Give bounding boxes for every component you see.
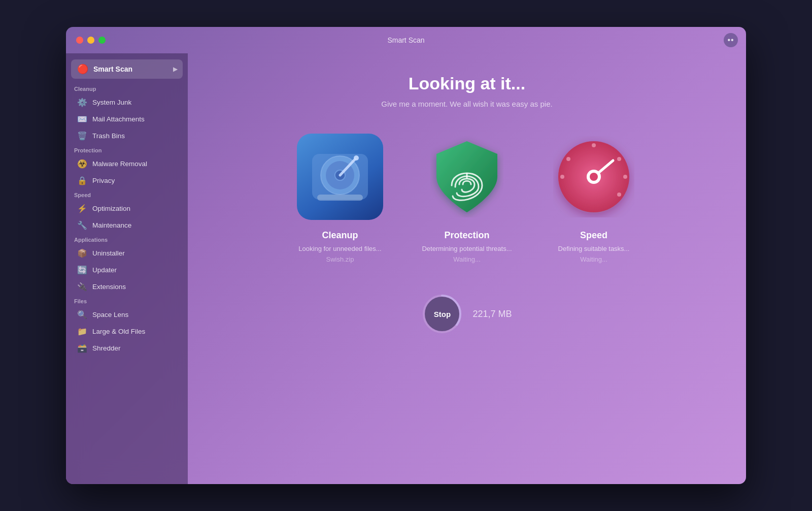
window-controls: [76, 37, 106, 44]
maintenance-label: Maintenance: [92, 221, 131, 229]
cleanup-card: Cleanup Looking for unneeded files... Sw…: [284, 134, 396, 263]
system-junk-label: System Junk: [92, 99, 131, 106]
cleanup-card-status: Looking for unneeded files...: [298, 245, 381, 252]
sidebar-item-privacy[interactable]: 🔒 Privacy: [69, 172, 185, 189]
protection-card-title: Protection: [444, 230, 489, 241]
stop-button-wrap: Stop: [422, 294, 462, 334]
trash-label: Trash Bins: [92, 132, 125, 140]
section-protection: Protection: [66, 144, 188, 155]
mail-icon: ✉️: [77, 114, 87, 124]
app-window: Smart Scan •• 🔴 Smart Scan ▶ Cleanup ⚙️ …: [66, 27, 746, 484]
sidebar-item-extensions[interactable]: 🔌 Extensions: [69, 278, 185, 295]
privacy-label: Privacy: [92, 177, 115, 184]
section-files: Files: [66, 295, 188, 306]
smart-scan-label: Smart Scan: [93, 65, 132, 73]
cards-row: Cleanup Looking for unneeded files... Sw…: [284, 134, 650, 263]
gauge-icon: [553, 136, 634, 217]
uninstaller-icon: 📦: [77, 248, 87, 258]
speed-card: Speed Defining suitable tasks... Waiting…: [538, 134, 650, 263]
speed-card-title: Speed: [580, 230, 607, 241]
page-subtitle: Give me a moment. We all wish it was eas…: [381, 100, 552, 108]
extensions-icon: 🔌: [77, 282, 87, 292]
optimization-icon: ⚡: [77, 204, 87, 213]
sidebar-item-trash-bins[interactable]: 🗑️ Trash Bins: [69, 127, 185, 144]
sidebar-item-updater[interactable]: 🔄 Updater: [69, 262, 185, 278]
svg-point-10: [623, 175, 627, 179]
protection-card-status: Determining potential threats...: [422, 245, 512, 252]
space-lens-icon: 🔍: [77, 310, 87, 320]
svg-rect-6: [317, 195, 363, 201]
maximize-button[interactable]: [98, 37, 106, 44]
malware-icon: ☣️: [77, 159, 87, 169]
shield-icon: [426, 136, 507, 217]
hdd-icon: [307, 144, 373, 210]
cleanup-icon-wrap: [297, 134, 383, 220]
uninstaller-label: Uninstaller: [92, 249, 125, 257]
sidebar-item-large-old-files[interactable]: 📁 Large & Old Files: [69, 323, 185, 340]
page-title: Looking at it...: [409, 74, 525, 93]
mail-label: Mail Attachments: [92, 115, 145, 123]
sidebar-item-optimization[interactable]: ⚡ Optimization: [69, 200, 185, 217]
sidebar-item-space-lens[interactable]: 🔍 Space Lens: [69, 306, 185, 323]
content-area: Looking at it... Give me a moment. We al…: [188, 53, 746, 484]
svg-point-16: [590, 173, 598, 181]
sidebar-item-mail-attachments[interactable]: ✉️ Mail Attachments: [69, 111, 185, 127]
protection-card: Protection Determining potential threats…: [411, 134, 523, 263]
sidebar: 🔴 Smart Scan ▶ Cleanup ⚙️ System Junk ✉️…: [66, 53, 188, 484]
svg-point-5: [354, 155, 359, 161]
svg-point-13: [560, 175, 564, 179]
speed-card-sub: Waiting...: [580, 256, 607, 263]
sidebar-item-shredder[interactable]: 🗃️ Shredder: [69, 340, 185, 357]
sidebar-item-malware-removal[interactable]: ☣️ Malware Removal: [69, 155, 185, 172]
main-layout: 🔴 Smart Scan ▶ Cleanup ⚙️ System Junk ✉️…: [66, 53, 746, 484]
dots-menu-button[interactable]: ••: [724, 33, 738, 47]
sidebar-item-system-junk[interactable]: ⚙️ System Junk: [69, 94, 185, 111]
malware-label: Malware Removal: [92, 160, 147, 168]
shredder-icon: 🗃️: [77, 343, 87, 353]
stop-row: Stop 221,7 MB: [422, 294, 512, 334]
maintenance-icon: 🔧: [77, 220, 87, 230]
large-files-icon: 📁: [77, 327, 87, 336]
close-button[interactable]: [76, 37, 83, 44]
protection-icon-wrap: [424, 134, 510, 220]
extensions-label: Extensions: [92, 283, 126, 291]
cleanup-card-sub: Swish.zip: [326, 256, 354, 263]
section-cleanup: Cleanup: [66, 83, 188, 94]
updater-label: Updater: [92, 266, 117, 274]
optimization-label: Optimization: [92, 205, 130, 212]
svg-point-8: [592, 143, 596, 147]
svg-point-11: [617, 193, 621, 197]
sidebar-item-uninstaller[interactable]: 📦 Uninstaller: [69, 245, 185, 262]
minimize-button[interactable]: [87, 37, 94, 44]
titlebar: Smart Scan ••: [66, 27, 746, 53]
stop-button[interactable]: Stop: [425, 297, 459, 331]
speed-card-status: Defining suitable tasks...: [558, 245, 630, 252]
sidebar-item-smart-scan[interactable]: 🔴 Smart Scan ▶: [71, 59, 183, 79]
svg-point-9: [617, 157, 621, 161]
privacy-icon: 🔒: [77, 176, 87, 185]
space-lens-label: Space Lens: [92, 311, 128, 318]
scan-size: 221,7 MB: [472, 309, 512, 320]
section-speed: Speed: [66, 189, 188, 200]
cleanup-card-title: Cleanup: [322, 230, 358, 241]
trash-icon: 🗑️: [77, 131, 87, 141]
large-files-label: Large & Old Files: [92, 328, 145, 335]
titlebar-actions: ••: [724, 33, 738, 47]
arrow-icon: ▶: [173, 66, 178, 73]
smart-scan-icon: 🔴: [77, 63, 88, 75]
speed-icon-wrap: [551, 134, 637, 220]
protection-card-sub: Waiting...: [453, 256, 481, 263]
sidebar-item-maintenance[interactable]: 🔧 Maintenance: [69, 217, 185, 234]
section-applications: Applications: [66, 234, 188, 245]
shredder-label: Shredder: [92, 344, 121, 352]
svg-point-12: [566, 157, 570, 161]
system-junk-icon: ⚙️: [77, 98, 87, 107]
window-title: Smart Scan: [387, 36, 424, 44]
updater-icon: 🔄: [77, 265, 87, 275]
